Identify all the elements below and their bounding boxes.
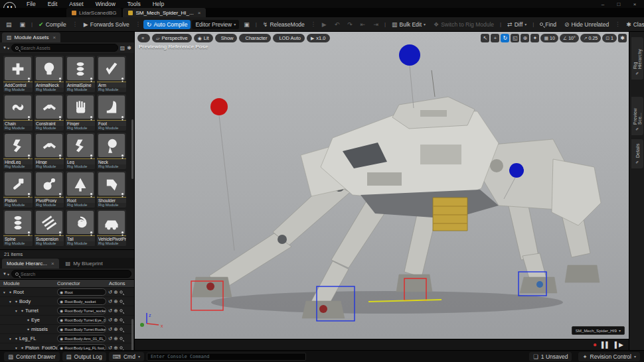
transform-tool-button[interactable]: ⊕ [521, 34, 529, 42]
compile-button[interactable]: ✔Compile [35, 20, 70, 29]
expand-caret-icon[interactable]: ▾ [3, 290, 7, 294]
add-connector-button[interactable]: ⊕ [114, 317, 118, 323]
console-command-input[interactable] [151, 354, 302, 359]
tab-module-hierarchy[interactable]: Module Hierarc... × [2, 259, 59, 269]
snap-setting-button[interactable]: ↗ 0.25 [580, 34, 602, 42]
viewport-toolbar-button[interactable]: LOD Auto [273, 34, 305, 42]
browse-button[interactable]: ▣ [17, 20, 29, 29]
hierarchy-search-box[interactable] [11, 270, 131, 278]
inspect-connector-button[interactable] [120, 290, 122, 293]
module-asset-tile[interactable]: Root Rig Module [66, 171, 95, 208]
record-button[interactable]: ● [593, 341, 597, 348]
module-asset-tile[interactable]: Suspension Rig Module [35, 210, 64, 246]
transform-tool-button[interactable]: ↖ [481, 34, 489, 42]
connector-pill[interactable]: ◉ Root [57, 288, 106, 296]
module-asset-tile[interactable]: Spine Rig Module [3, 210, 33, 246]
assets-scrollbar[interactable] [131, 119, 133, 179]
snap-setting-button[interactable]: ∠ 10° [560, 34, 579, 42]
release-options-icon[interactable]: ⋮ [309, 21, 317, 27]
minimize-button[interactable]: – [596, 0, 609, 8]
transform-tool-button[interactable]: ✦ [530, 34, 539, 42]
control-sphere-blue-right[interactable] [509, 163, 524, 178]
menu-item[interactable]: Help [147, 0, 169, 8]
unsaved-button[interactable]: ❏1 Unsaved [529, 352, 572, 361]
assets-search-box[interactable] [11, 44, 118, 52]
module-asset-tile[interactable]: PivotProxy Rig Module [35, 171, 64, 208]
menu-item[interactable]: Window [90, 0, 121, 8]
reset-connector-button[interactable]: ↺ [108, 317, 112, 323]
maximize-button[interactable]: □ [612, 0, 625, 8]
control-sphere-red[interactable] [210, 98, 228, 115]
connector-pill[interactable]: ◉ Root:Body_socket [57, 298, 106, 305]
tab-my-blueprint[interactable]: ▤ My Blueprint [61, 259, 108, 269]
reset-connector-button[interactable]: ↺ [108, 335, 112, 341]
module-hierarchy-row[interactable]: ✦ missels ◉ Root:Body:Turret:RocketBa ↺ … [0, 325, 134, 334]
module-asset-tile[interactable]: Tail Rig Module [66, 210, 95, 246]
reset-connector-button[interactable]: ↺ [108, 308, 112, 314]
bulk-edit-dropdown[interactable]: ▥Bulk Edit▾ [388, 20, 429, 29]
close-panel-icon[interactable]: × [51, 261, 54, 267]
add-connector-button[interactable]: ⊕ [114, 326, 118, 332]
menu-item[interactable]: Tools [122, 0, 146, 8]
menu-item[interactable]: Edit [42, 0, 63, 8]
module-asset-tile[interactable]: Chain Rig Module [3, 94, 33, 131]
control-sphere-blue-top[interactable] [399, 44, 420, 66]
inspect-connector-button[interactable] [120, 337, 122, 339]
3d-viewport[interactable]: z x ≡ ▱ Perspective ◉ Lit [135, 32, 629, 339]
connector-pill[interactable]: ◉ Root:Body:Turret:RocketBa [57, 326, 106, 333]
tab-details[interactable]: ✎ Details [631, 139, 643, 168]
class-settings-button[interactable]: ✱Class Settings [623, 20, 644, 29]
module-asset-tile[interactable]: AnimalNeck Rig Module [35, 56, 64, 92]
close-window-button[interactable]: × [628, 0, 641, 8]
pause-button[interactable]: ▌▌ [602, 342, 610, 348]
add-connector-button[interactable]: ⊕ [114, 289, 118, 295]
release-mode-button[interactable]: ↯ReleaseMode [260, 20, 308, 29]
tab-lidarscanedbg[interactable]: LidarScanedBG [66, 8, 121, 17]
nav-forward-button[interactable]: ↷ [344, 20, 356, 29]
folder-icon[interactable]: ▨ [120, 45, 125, 51]
module-hierarchy-row[interactable]: ▾ ✦ Body ◉ Root:Body_socket ↺ ⊕ [0, 297, 134, 306]
console-command-box[interactable] [147, 353, 306, 361]
switch-to-rig-module-button[interactable]: ❖Switch to Rig Module [430, 20, 497, 29]
viewport-toolbar-button[interactable]: Character [239, 34, 271, 42]
preview-mesh-selector[interactable]: SM_Mech_Spider_HI9 ▾ [572, 326, 625, 335]
tab-module-assets[interactable]: ▨ Module Assets × [2, 32, 60, 42]
tab-rig-hierarchy[interactable]: ✎ Rig Hierarchy [631, 37, 643, 80]
viewport-toolbar-button[interactable]: ◉ Lit [194, 34, 213, 42]
preview-extra-button[interactable]: ▣ [240, 20, 253, 29]
module-asset-tile[interactable]: Hinge Rig Module [35, 133, 64, 169]
compile-options-icon[interactable]: ⋮ [71, 21, 79, 27]
settings-gear-icon[interactable]: ✱ [127, 45, 131, 51]
editor-preview-dropdown[interactable]: Editor Preview▾ [192, 20, 239, 29]
snap-setting-button[interactable]: ⊡ 1 [602, 34, 617, 42]
inspect-connector-button[interactable] [120, 300, 122, 302]
module-asset-tile[interactable]: Piston Rig Module [3, 171, 33, 208]
diff-dropdown[interactable]: ⇄Diff▾ [504, 20, 530, 29]
connector-pill[interactable]: ◉ Root:Body:Turret:Eye_02_so [57, 316, 106, 324]
module-hierarchy-row[interactable]: ✦ Eye ◉ Root:Body:Turret:Eye_02_so ↺ ⊕ [0, 316, 134, 325]
module-hierarchy-row[interactable]: ▾ ✦ Root ◉ Root ↺ ⊕ [0, 288, 134, 297]
save-button[interactable]: ▤ [3, 20, 15, 29]
expand-caret-icon[interactable]: ▾ [9, 300, 13, 304]
solve-options-icon[interactable]: ⋮ [134, 21, 142, 27]
nav-start-button[interactable]: ⇤ [357, 20, 369, 29]
module-asset-tile[interactable]: Leg Rig Module [66, 133, 95, 169]
inspect-connector-button[interactable] [120, 318, 122, 321]
module-asset-tile[interactable]: Constraint Rig Module [35, 94, 64, 131]
transform-tool-button[interactable]: ↻ [501, 34, 509, 42]
inspect-connector-button[interactable] [120, 328, 122, 330]
hide-unrelated-button[interactable]: ⊘Hide Unrelated [561, 20, 612, 29]
hide-options-icon[interactable]: ⋮ [613, 21, 621, 27]
tab-preview-scene[interactable]: ✎ Preview Sce... [631, 97, 643, 135]
content-drawer-button[interactable]: ▨Content Drawer [4, 352, 60, 361]
assets-search-input[interactable] [21, 46, 114, 50]
viewport-toolbar-button[interactable]: ▱ Perspective [152, 34, 192, 42]
transform-tool-button[interactable]: ◱ [511, 34, 519, 42]
snap-setting-button[interactable]: ▦ 10 [540, 34, 558, 42]
add-connector-button[interactable]: ⊕ [114, 298, 118, 304]
module-hierarchy-row[interactable]: ▾ ✦ Leg_FL ◉ Root:Body:Arm_01_FL_sock ↺ … [0, 334, 134, 343]
module-hierarchy-row[interactable]: ▾ ✦ Turret ◉ Root:Body:Turret_socket ↺ ⊕ [0, 306, 134, 316]
inspect-connector-button[interactable] [120, 346, 122, 349]
module-asset-tile[interactable]: AddControl Rig Module [3, 56, 33, 92]
inspect-connector-button[interactable] [120, 309, 122, 312]
